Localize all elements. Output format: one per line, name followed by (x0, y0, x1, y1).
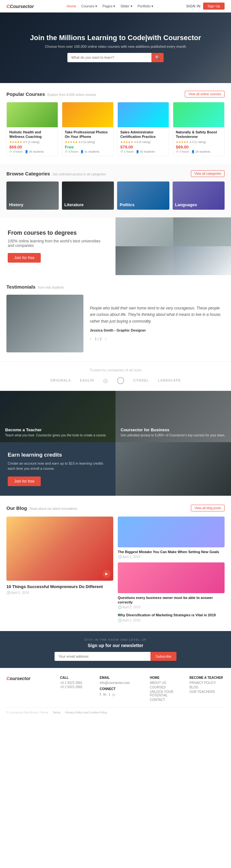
blog-main-date: 🕐 April 5, 2019 (6, 591, 113, 594)
degrees-text: From courses to degrees 100% online lear… (0, 217, 115, 275)
footer-facebook-icon[interactable]: f (100, 692, 101, 697)
footer-unlock-link[interactable]: UNLOCK YOUR POTENTIAL (150, 690, 185, 697)
degree-img-4 (173, 246, 231, 275)
footer-social-links: f in t ▷ (100, 692, 145, 697)
footer-nav-col2: BECOME A TEACHER PRIVACY POLICY BLOG OUR… (190, 676, 225, 702)
footer-nav-col1-title: Home (150, 676, 185, 679)
blog-side-post-2[interactable]: Questions every business owner must be a… (118, 562, 225, 609)
blog-main-thumb: ▶ (6, 517, 113, 581)
nav-home[interactable]: Home (67, 4, 76, 8)
footer-about-link[interactable]: ABOUT US (150, 681, 185, 685)
course-stars-1: ★★★★★ 4.5 (3 rating) (9, 141, 55, 144)
logo-landscape: LANDSCAPE (158, 379, 181, 382)
cta-business-desc: Get unlimited access to 5,000+ of Course… (121, 434, 226, 437)
testimonials-content: People who build their own home tend to … (90, 295, 225, 352)
popular-courses-title-wrap: Popular Courses Explore from 8,000 onlin… (6, 91, 96, 97)
nav-courses[interactable]: Courses ▾ (81, 4, 97, 8)
nav-links: Home Courses ▾ Pages ▾ Slider ▾ Portfoli… (67, 4, 153, 8)
course-thumb-1 (7, 102, 58, 127)
signin-button[interactable]: SIGN IN (186, 4, 200, 8)
category-literature[interactable]: Literature (62, 182, 114, 210)
view-all-courses-link[interactable]: View all online courses (185, 91, 225, 97)
blog-play-button[interactable]: ▶ (102, 570, 111, 578)
course-meta-3: ⏱ 1 hours 👤 65 students (120, 150, 166, 153)
testimonials-section: Testimonials from real students People w… (0, 275, 231, 361)
footer-twitter-icon[interactable]: t (109, 692, 110, 697)
course-card-1: Holistic Health and Wellness Coaching ★★… (6, 102, 58, 156)
nav-slider[interactable]: Slider ▾ (120, 4, 132, 8)
degrees-subtitle: 100% online learning from the world's be… (8, 239, 108, 248)
logos-row: ORIGINALS EAGLIN ◎ CITADEL LANDSCAPE (6, 377, 225, 384)
course-stars-3: ★★★★★ 4.9 (5 rating) (120, 141, 166, 144)
category-languages[interactable]: Languages (173, 182, 225, 210)
testimonials-title: Testimonials (6, 284, 36, 289)
category-history[interactable]: History (6, 182, 59, 210)
course-card-4: Naturally & Safety Boost Testosterone ★★… (173, 102, 225, 156)
course-price-1: $69.00 (9, 145, 55, 149)
footer-blog-link[interactable]: BLOG (190, 686, 225, 689)
blog-section: Our Blog Read about our latest innovatio… (0, 496, 231, 631)
logo-ring (117, 377, 124, 384)
course-thumb-2 (62, 102, 113, 127)
course-title-1: Holistic Health and Wellness Coaching (9, 130, 55, 139)
footer-email-link[interactable]: info@coursector.com (100, 681, 145, 685)
prev-arrow[interactable]: ‹ (90, 336, 91, 342)
footer-courses-link[interactable]: COURSES (150, 686, 185, 689)
blog-side-date-1: 🕐 April 2, 2019 (118, 555, 225, 559)
footer-call-col: Call +0 2 9323 2881 +0 2 9323 2882 (60, 676, 95, 702)
course-card-3: Sales Administrator Certification Practi… (117, 102, 169, 156)
category-politics[interactable]: Politics (117, 182, 169, 210)
earn-text: Earn learning credits Create an account … (0, 442, 115, 496)
popular-courses-subtitle: Explore from 8,000 online courses (48, 93, 96, 96)
footer-privacy-link[interactable]: PRIVACY POLICY (190, 681, 225, 685)
categories-grid: History Literature Politics Languages (6, 182, 225, 210)
footer-teachers-link[interactable]: OUR TEACHERS (190, 690, 225, 693)
newsletter-form: Subscribe (55, 652, 176, 661)
view-all-categories-link[interactable]: View all categories (191, 170, 225, 177)
footer-linkedin-icon[interactable]: in (103, 692, 106, 697)
earn-desc: Create an account now and earn up to $15… (8, 461, 108, 471)
course-meta-1: ⏱ 4 hours 👤 38 students (9, 150, 55, 153)
footer-connect-label: Connect (100, 687, 145, 691)
blog-side-post-1[interactable]: The Biggest Mistake You Can Make When Se… (118, 517, 225, 559)
nav-portfolio[interactable]: Portfolio ▾ (138, 4, 153, 8)
blog-side-thumb-1 (118, 517, 225, 547)
footer-terms-link[interactable]: Terms (53, 711, 61, 714)
popular-courses-section: Popular Courses Explore from 8,000 onlin… (0, 83, 231, 164)
hero-search-input[interactable] (67, 53, 151, 62)
cta-card-business[interactable]: Coursector for Business Get unlimited ac… (115, 391, 231, 442)
categories-title-wrap: Browse Categories Get unlimited access t… (6, 171, 106, 176)
logo-citadel: CITADEL (133, 379, 149, 382)
testimonials-header: Testimonials from real students (6, 284, 225, 289)
nav-pages[interactable]: Pages ▾ (102, 4, 115, 8)
cta-card-teacher[interactable]: Become a Teacher Teach what you love. Co… (0, 391, 115, 442)
degrees-join-button[interactable]: Join for free (8, 253, 41, 262)
newsletter-eyebrow: STAY IN THE KNOW AND LEVEL UP (6, 638, 225, 641)
trusted-title: Trusted by companies of all sizes (6, 368, 225, 372)
signup-button[interactable]: Sign Up (203, 3, 225, 10)
logo-originals: ORIGINALS (50, 379, 71, 382)
hero-title: Join the Millions Learning to Code|with … (30, 33, 201, 43)
course-meta-4: ⏱ 5 hours 👤 28 students (176, 150, 222, 153)
blog-title: Our Blog (6, 505, 27, 511)
blog-side-post-3[interactable]: Why Diversification of Marketing Strateg… (118, 613, 225, 622)
logo-circle: ◎ (103, 377, 108, 384)
earn-join-button[interactable]: Join for free (8, 476, 41, 486)
categories-header: Browse Categories Get unlimited access t… (6, 170, 225, 177)
footer-instagram-icon[interactable]: ▷ (113, 692, 115, 697)
course-title-3: Sales Administrator Certification Practi… (120, 130, 166, 139)
blog-main-post[interactable]: ▶ 10 Things Successful Mompreneurs Do Di… (6, 517, 113, 622)
degrees-images (115, 217, 231, 275)
footer-contact-link[interactable]: CONTACT (150, 698, 185, 702)
hero-search-button[interactable]: 🔍 (151, 53, 164, 62)
category-languages-label: Languages (173, 182, 225, 210)
blog-main-title: 10 Things Successful Mompreneurs Do Diff… (6, 584, 113, 590)
view-all-blog-link[interactable]: View all blog posts (191, 505, 225, 512)
nav-actions: SIGN IN Sign Up (186, 3, 225, 10)
footer-privacy-cookie-link[interactable]: Privacy Policy and Cookie Policy (65, 711, 107, 714)
course-card-2: Take Professional Photos On Your iPhone … (62, 102, 114, 156)
next-arrow[interactable]: › (105, 336, 107, 342)
footer-bottom: © Coursector WordPress Theme Terms Priva… (6, 707, 225, 714)
newsletter-email-input[interactable] (55, 652, 150, 661)
newsletter-subscribe-button[interactable]: Subscribe (150, 652, 176, 661)
